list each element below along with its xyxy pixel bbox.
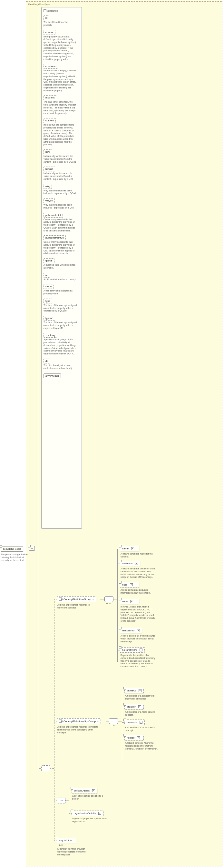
attribute-desc: A URI which identifies a concept. (43, 278, 77, 281)
element-desc: An identifier of a more specific concept… (125, 726, 160, 732)
cdg-child-name[interactable]: name+ (120, 546, 139, 551)
attribute-how[interactable]: how (43, 150, 52, 154)
element-desc: A link to an item or a web resource whic… (120, 634, 156, 643)
root-label: copyrightHolder (3, 548, 21, 550)
element-label: narrower (127, 721, 137, 724)
attribute-id[interactable]: id (43, 16, 49, 20)
attribute-why[interactable]: why (43, 184, 52, 189)
root-desc: The person or organisation claiming the … (1, 553, 30, 562)
sequence-main[interactable] (41, 765, 50, 771)
element-label: remoteInfo (122, 629, 135, 632)
attribute-dir[interactable]: dir (43, 359, 50, 364)
crg-child-sameAs[interactable]: sameAs+ (124, 688, 144, 693)
element-label: sameAs (127, 689, 136, 692)
element-desc: Represents the position of a concept in … (120, 654, 156, 668)
attribute-desc: One or many constraints that apply to pu… (43, 218, 77, 232)
cdg-label: ConceptDefinitionGroup (64, 598, 91, 601)
root-element[interactable]: copyrightHolder (1, 546, 23, 552)
sequence-crg[interactable] (109, 718, 118, 724)
attributes-box: – attributes idThe local identifier of t… (41, 7, 82, 529)
plus-icon[interactable]: + (131, 547, 134, 550)
group-icon (59, 719, 62, 723)
cdg-child-facet[interactable]: facet+ (120, 599, 139, 604)
plus-icon[interactable]: + (140, 649, 143, 651)
plus-icon[interactable]: + (137, 736, 140, 739)
crg-child-narrower[interactable]: narrower+ (124, 719, 145, 725)
element-label: definition (122, 562, 133, 565)
attribute-literal[interactable]: literal (43, 284, 53, 289)
plus-icon[interactable]: + (92, 789, 95, 792)
concept-relationships-group[interactable]: ConceptRelationshipsGroup + (57, 718, 101, 724)
element-label: related (127, 736, 135, 739)
attribute-any-other[interactable]: any ##other (43, 373, 61, 378)
attribute-creatoruri[interactable]: creatoruri (43, 64, 58, 69)
org-desc: A group of properties specific to an org… (72, 817, 108, 823)
element-label: name (122, 547, 128, 550)
attribute-desc: Why the metadata has been included - exp… (43, 204, 77, 210)
plus-icon[interactable]: + (98, 812, 101, 815)
person-details[interactable]: personDetails + (72, 788, 97, 794)
plus-icon[interactable]: + (130, 583, 133, 586)
attribute-xml-lang[interactable]: xml:lang (43, 333, 57, 338)
cdg-child-note[interactable]: note+ (120, 582, 139, 588)
attribute-list: idThe local identifier of the property.c… (43, 14, 80, 378)
occ-any: 0..∞ (59, 844, 63, 846)
plus-icon[interactable]: + (135, 562, 138, 565)
attribute-desc: The type of the concept assigned as cont… (43, 321, 77, 330)
plus-icon[interactable]: + (140, 721, 143, 724)
attribute-creator[interactable]: creator (43, 30, 55, 35)
cdg-child-definition[interactable]: definition+ (120, 561, 140, 566)
element-desc: An identifier of a concept with equivale… (125, 695, 160, 701)
element-label: facet (122, 600, 127, 603)
cdg-desc: A group of properties required to define… (58, 603, 96, 610)
attribute-type[interactable]: type (43, 299, 52, 303)
crg-label: ConceptRelationshipsGroup (64, 720, 96, 723)
attribute-desc: If the attribute is empty, specifies whi… (43, 69, 77, 92)
plus-icon[interactable]: + (92, 598, 94, 601)
sequence-details[interactable] (57, 798, 66, 803)
attribute-whyuri[interactable]: whyuri (43, 198, 55, 203)
cdg-child-hierarchyInfo[interactable]: hierarchyInfo+ (120, 647, 145, 653)
element-label: hierarchyInfo (122, 649, 137, 651)
organisation-details[interactable]: organisationDetails + (72, 810, 104, 816)
attribute-qcode[interactable]: qcode (43, 258, 54, 263)
element-label: broader (127, 705, 136, 708)
minus-icon: — (31, 547, 33, 550)
crg-child-related[interactable]: related+ (124, 735, 144, 741)
attribute-modified[interactable]: modified (43, 95, 57, 100)
attribute-custom[interactable]: custom (43, 118, 56, 123)
element-desc: An identifier of a more generic concept. (125, 711, 160, 717)
cdg-child-remoteInfo[interactable]: remoteInfo+ (120, 628, 142, 633)
element-label: note (122, 583, 127, 586)
root-expand[interactable]: — (29, 546, 35, 551)
attribute-pubconstrainturi[interactable]: pubconstrainturi (43, 235, 66, 240)
attribute-desc: A qualified code which identifies a conc… (43, 264, 77, 270)
element-desc: A natural language definition of the sem… (120, 567, 156, 579)
minus-icon[interactable]: – (43, 9, 46, 12)
concept-definition-group[interactable]: ConceptDefinitionGroup + (57, 596, 96, 602)
any-other-element[interactable]: any ##other (57, 838, 76, 843)
element-desc: A natural language name for the concept. (120, 553, 156, 558)
plus-icon[interactable]: + (139, 689, 142, 692)
element-desc: A related concept, where the relationshi… (125, 742, 160, 750)
plus-icon[interactable]: + (138, 705, 141, 708)
plus-icon[interactable]: + (137, 629, 140, 632)
attribute-desc: Indicates by which means the value was e… (43, 172, 77, 181)
sequence-cdg[interactable] (104, 596, 113, 602)
attribute-uri[interactable]: uri (43, 273, 50, 278)
attribute-desc: The date (and, optionally, the time) whe… (43, 101, 77, 115)
attribute-pubconstraint[interactable]: pubconstraint (43, 213, 63, 218)
element-desc: In NAR 1.8 and later, facet is deprecate… (120, 606, 156, 623)
attribute-howuri[interactable]: howuri (43, 166, 55, 172)
attribute-desc: The directionality of textual content (e… (43, 364, 77, 370)
person-desc: A set of properties specific to a person (72, 795, 108, 801)
any-desc: Extension point for provider-defined pro… (58, 848, 93, 856)
attributes-header: attributes (47, 9, 58, 12)
crg-child-broader[interactable]: broader+ (124, 704, 144, 710)
attribute-desc: The type of the concept assigned as cont… (43, 304, 77, 312)
occ-crg: 0..∞ (111, 724, 115, 726)
attribute-typeuri[interactable]: typeuri (43, 316, 55, 320)
diagram-canvas: FlexPartyPropType copyrightHolder The pe… (0, 0, 224, 868)
plus-icon[interactable]: + (97, 720, 99, 723)
plus-icon[interactable]: + (130, 600, 133, 603)
